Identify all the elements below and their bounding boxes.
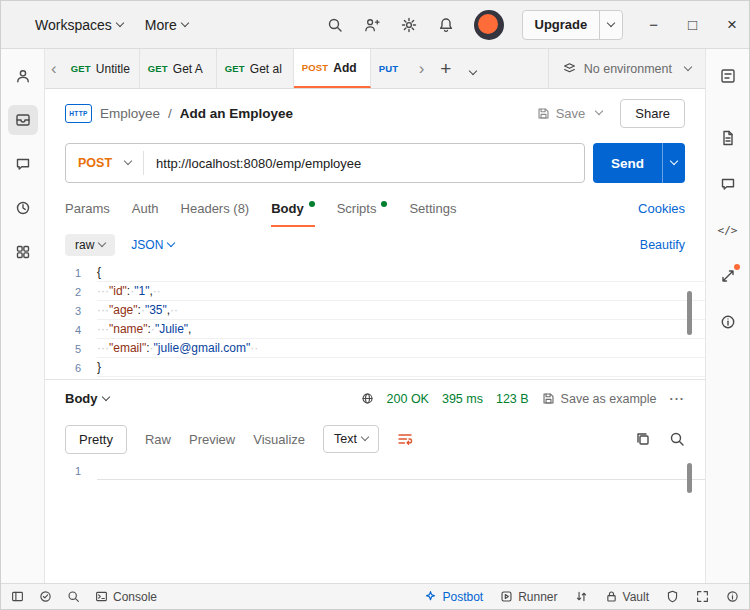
request-section-tab[interactable]: Auth <box>132 189 159 227</box>
sidebar-toggle-icon[interactable] <box>11 590 24 603</box>
request-section-tab[interactable]: Body <box>271 189 315 227</box>
body-toolbar: raw JSON Beautify <box>45 227 705 263</box>
editor-line[interactable]: 5···"email":·"julie@gmail.com"·· <box>45 339 705 358</box>
tabs-scroll-right-icon[interactable]: › <box>413 49 431 88</box>
request-section-tab[interactable]: Params <box>65 189 110 227</box>
window-close-icon[interactable]: × <box>727 15 737 35</box>
editor-line[interactable]: 2···"id":·"1",·· <box>45 282 705 301</box>
body-format-dropdown[interactable]: raw <box>65 234 115 256</box>
settings-gear-icon[interactable] <box>401 17 417 33</box>
find-icon[interactable] <box>67 590 80 603</box>
chat-bubble-icon[interactable] <box>8 149 38 179</box>
help-info-icon[interactable] <box>726 590 739 603</box>
history-clock-icon[interactable] <box>8 193 38 223</box>
url-box: POST <box>65 143 585 183</box>
collections-tray-icon[interactable] <box>8 105 38 135</box>
send-label: Send <box>593 143 662 183</box>
code-snippet-icon[interactable]: </> <box>713 215 743 245</box>
response-scrollbar[interactable] <box>687 463 692 493</box>
tab-method-label: GET <box>148 63 168 74</box>
search-icon[interactable] <box>327 17 343 33</box>
editor-line[interactable]: 4···"name":·"Julie", <box>45 320 705 339</box>
response-time[interactable]: 395 ms <box>442 392 483 406</box>
notifications-bell-icon[interactable] <box>438 17 454 33</box>
open-request-tab[interactable]: GETUntitle <box>63 49 140 88</box>
response-view-tab[interactable]: Visualize <box>253 432 305 447</box>
save-as-example-label: Save as example <box>561 392 657 406</box>
vault-button[interactable]: Vault <box>605 590 649 604</box>
tab-options-chevron-icon[interactable] <box>465 60 476 78</box>
workspaces-menu[interactable]: Workspaces <box>35 17 123 33</box>
request-section-tab[interactable]: Headers (8) <box>181 189 250 227</box>
open-request-tab[interactable]: POSTAdd <box>294 49 371 88</box>
status-check-icon[interactable] <box>39 590 52 603</box>
save-options-chevron-icon[interactable] <box>595 107 603 115</box>
breadcrumb-request-name[interactable]: Add an Employee <box>180 106 293 121</box>
request-section-tab[interactable]: Scripts <box>337 189 388 227</box>
network-globe-icon[interactable] <box>361 392 374 405</box>
comments-icon[interactable] <box>713 169 743 199</box>
response-view-tab[interactable]: Raw <box>145 432 171 447</box>
open-request-tab[interactable]: GETGet A <box>140 49 217 88</box>
security-shield-icon[interactable] <box>666 590 679 603</box>
open-request-tab[interactable]: GETGet al <box>217 49 294 88</box>
wrap-lines-icon[interactable] <box>397 431 413 447</box>
request-body-editor[interactable]: 1{2···"id":·"1",··3···"age":·"35",··4···… <box>45 263 705 379</box>
upgrade-button[interactable]: Upgrade <box>522 10 624 40</box>
response-body-dropdown[interactable]: Body <box>65 391 109 406</box>
connection-arrows-icon[interactable] <box>575 590 588 603</box>
runner-button[interactable]: Runner <box>500 590 557 604</box>
tabs-scroll-left-icon[interactable]: ‹ <box>45 49 63 88</box>
cookies-link[interactable]: Cookies <box>638 201 685 216</box>
response-view-tab[interactable]: Pretty <box>65 425 127 454</box>
apps-grid-icon[interactable] <box>8 237 38 267</box>
upgrade-dropdown[interactable] <box>599 11 622 39</box>
tab-title-label: Add <box>333 61 356 75</box>
info-icon[interactable] <box>713 307 743 337</box>
body-language-dropdown[interactable]: JSON <box>131 238 174 252</box>
breadcrumb-collection[interactable]: Employee <box>100 106 160 121</box>
beautify-link[interactable]: Beautify <box>640 238 685 252</box>
more-menu[interactable]: More <box>145 17 188 33</box>
method-selector[interactable]: POST <box>66 156 143 170</box>
copy-response-icon[interactable] <box>635 431 651 447</box>
search-response-icon[interactable] <box>669 431 685 447</box>
line-number: 2 <box>45 286 97 298</box>
response-more-options-icon[interactable]: ··· <box>670 392 686 406</box>
response-status[interactable]: 200 OK <box>387 392 429 406</box>
request-section-tab[interactable]: Settings <box>409 189 456 227</box>
open-request-tab[interactable]: PUT <box>371 49 413 88</box>
editor-line[interactable]: 1{ <box>45 263 705 282</box>
tab-method-label: PUT <box>379 63 399 74</box>
method-chevron-icon <box>124 157 132 165</box>
send-button[interactable]: Send <box>593 143 685 183</box>
editor-line[interactable]: 3···"age":·"35",·· <box>45 301 705 320</box>
response-body-editor[interactable]: 1 <box>45 461 705 583</box>
env-quick-look-icon[interactable] <box>713 61 743 91</box>
editor-line[interactable]: 6} <box>45 358 705 377</box>
expand-panel-icon[interactable] <box>696 590 709 603</box>
documentation-icon[interactable] <box>713 123 743 153</box>
window-minimize-icon[interactable]: − <box>649 16 658 33</box>
new-tab-icon[interactable]: + <box>440 59 451 78</box>
send-options-chevron-icon[interactable] <box>662 143 685 183</box>
editor-scrollbar[interactable] <box>687 291 692 335</box>
postbot-button[interactable]: Postbot <box>424 590 483 604</box>
response-view-toolbar: PrettyRawPreviewVisualize Text <box>45 417 705 461</box>
response-size[interactable]: 123 B <box>496 392 529 406</box>
workspace-user-icon[interactable] <box>8 61 38 91</box>
response-format-dropdown[interactable]: Text <box>323 425 379 453</box>
response-view-tab[interactable]: Preview <box>189 432 235 447</box>
account-avatar-postman-logo[interactable] <box>474 10 504 40</box>
url-input[interactable] <box>144 156 584 171</box>
invite-user-icon[interactable] <box>364 17 380 33</box>
environment-selector[interactable]: No environment <box>548 49 705 88</box>
console-button[interactable]: Console <box>95 590 157 604</box>
window-maximize-icon[interactable]: □ <box>688 16 697 33</box>
request-section-tab-label: Scripts <box>337 201 377 216</box>
save-button[interactable]: Save <box>537 106 603 121</box>
related-requests-icon[interactable] <box>713 261 743 291</box>
save-as-example-button[interactable]: Save as example <box>542 392 657 406</box>
body-language-label: JSON <box>131 238 163 252</box>
share-button[interactable]: Share <box>620 99 685 128</box>
